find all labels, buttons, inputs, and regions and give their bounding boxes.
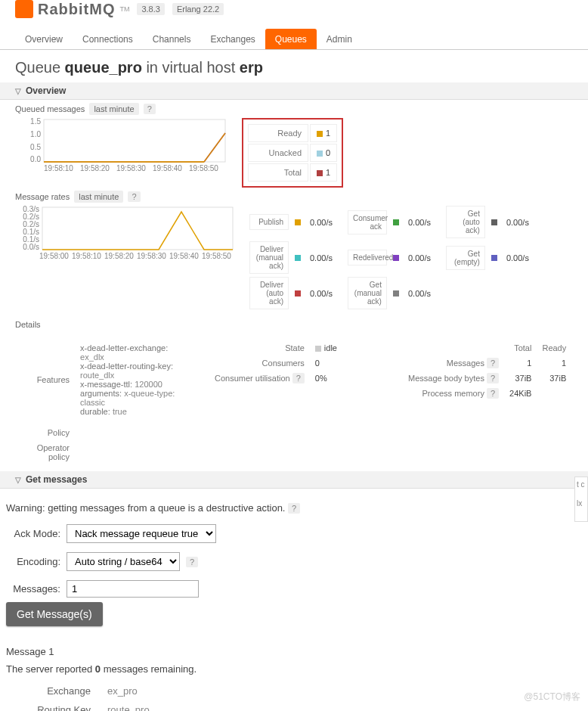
collapse-icon: ▽ [15,476,21,484]
help-icon[interactable]: ? [186,557,198,567]
svg-text:19:58:40: 19:58:40 [153,164,182,172]
queued-messages-label: Queued messages [15,104,85,113]
logo: RabbitMQ TM [15,0,129,18]
tab-queues[interactable]: Queues [265,29,317,49]
warning-text: Warning: getting messages from a queue i… [6,502,285,514]
rates-chart: 0.3/s 0.2/s 0.2/s 0.1/s 0.1/s 0.0/s 19:5… [15,206,234,260]
details-label: Details [0,315,588,334]
svg-text:19:58:40: 19:58:40 [169,252,199,260]
rates-legend: Publish0.00/sConsumer ack0.00/sGet (auto… [249,206,529,309]
svg-text:0.0: 0.0 [30,155,41,163]
nav-tabs: OverviewConnectionsChannelsExchangesQueu… [0,29,588,50]
messages-input[interactable] [67,580,199,598]
watermark: @51CTO博客 [524,691,580,703]
remaining-text: The server reported 0 messages remaining… [6,663,582,675]
rabbit-icon [15,0,33,18]
erlang-badge: Erlang 22.2 [172,3,224,15]
svg-text:19:58:50: 19:58:50 [202,252,231,260]
overview-section-header[interactable]: ▽ Overview [0,82,588,100]
svg-text:1.5: 1.5 [30,118,41,126]
tab-overview[interactable]: Overview [15,29,73,49]
ack-mode-select[interactable]: Nack message requeue true [67,524,216,543]
totals-table: TotalReadyMessages ?11Message body bytes… [402,340,572,402]
encoding-select[interactable]: Auto string / base64 [67,552,180,571]
get-messages-section-header[interactable]: ▽ Get messages [0,471,588,489]
svg-text:19:58:50: 19:58:50 [189,164,218,172]
svg-text:19:58:10: 19:58:10 [72,252,101,260]
svg-rect-0 [44,120,225,162]
operator-policy-label: Operator policy [17,441,74,464]
logo-text: RabbitMQ [38,1,115,18]
help-icon[interactable]: ? [128,191,140,202]
help-icon[interactable]: ? [144,104,156,114]
svg-rect-14 [42,207,233,250]
svg-text:19:58:30: 19:58:30 [116,164,146,172]
queued-legend: Ready1Unacked0Total1 [246,123,339,183]
page-title: Queue queue_pro in virtual host erp [0,50,588,82]
policy-label: Policy [17,426,74,439]
svg-text:19:58:00: 19:58:00 [39,252,69,260]
tab-admin[interactable]: Admin [317,29,362,49]
features-label: Features [17,341,74,418]
rates-label: Message rates [15,192,70,201]
messages-label: Messages: [6,583,60,595]
side-strip: t c lx [574,477,588,522]
tab-channels[interactable]: Channels [143,29,201,49]
time-range-badge[interactable]: last minute [89,103,138,115]
ack-mode-label: Ack Mode: [6,528,60,539]
collapse-icon: ▽ [15,87,21,95]
version-badge: 3.8.3 [137,3,164,15]
encoding-label: Encoding: [6,556,60,567]
get-messages-button[interactable]: Get Message(s) [6,602,103,626]
svg-text:19:58:20: 19:58:20 [80,164,110,172]
time-range-badge[interactable]: last minute [74,191,123,203]
queued-messages-chart: 1.5 1.0 0.5 0.0 19:58:10 19:58:20 19:58:… [15,118,227,172]
trademark: TM [119,5,129,13]
svg-text:0.0/s: 0.0/s [23,243,39,251]
tab-connections[interactable]: Connections [73,29,143,49]
help-icon[interactable]: ? [288,503,300,514]
tab-exchanges[interactable]: Exchanges [200,29,265,49]
svg-text:0.5: 0.5 [30,143,41,151]
svg-text:1.0: 1.0 [30,130,41,138]
message-header: Message 1 [6,646,582,657]
svg-text:19:58:10: 19:58:10 [44,164,73,172]
svg-text:19:58:20: 19:58:20 [104,252,134,260]
svg-text:19:58:30: 19:58:30 [137,252,166,260]
